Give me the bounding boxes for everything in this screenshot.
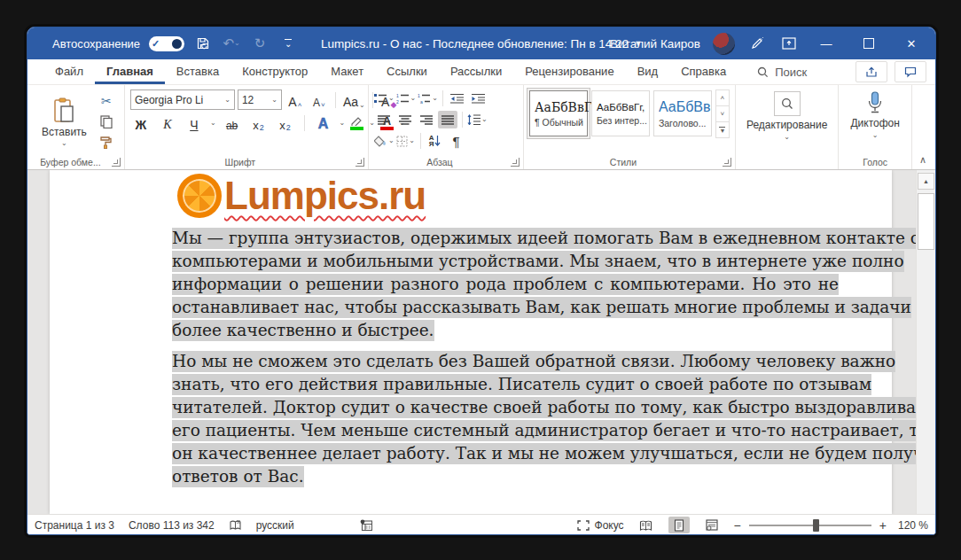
document-title[interactable]: Lumpics.ru - О нас - Последнее обновлени… [321, 37, 642, 51]
font-size-combo[interactable]: 12⌄ [238, 89, 282, 110]
read-mode-button[interactable] [636, 517, 657, 533]
zoom-in-button[interactable]: + [879, 521, 887, 530]
tab-references[interactable]: Ссылки [375, 59, 439, 84]
line-spacing-button[interactable]: ⌄ [467, 111, 488, 128]
tab-view[interactable]: Вид [626, 59, 670, 84]
font-dialog-launcher[interactable] [355, 158, 364, 167]
styles-more-button[interactable]: ▼ [715, 121, 730, 138]
bullets-button[interactable]: ⌄ [374, 89, 395, 107]
redo-icon[interactable]: ↻ [250, 35, 270, 52]
toggle-knob [172, 39, 182, 49]
collapse-ribbon-icon[interactable]: ∧ [919, 154, 926, 166]
multilevel-list-button[interactable]: 1a ⌄ [418, 89, 438, 107]
increase-indent-button[interactable] [469, 89, 488, 107]
font-name-combo[interactable]: Georgia Pro Li⌄ [130, 89, 235, 110]
paste-icon [52, 97, 75, 124]
underline-chevron-icon[interactable]: ⌄ [210, 120, 216, 127]
ribbon: Вставить ⌄ ✂ Буфер обме... Georgia Pro L… [27, 85, 935, 170]
styles-scroll-up[interactable]: ˄ [715, 89, 730, 106]
format-painter-icon[interactable] [98, 134, 115, 150]
zoom-level[interactable]: 120 % [898, 519, 928, 532]
share-button[interactable] [856, 61, 887, 82]
tab-home[interactable]: Главная [95, 59, 165, 84]
tab-layout[interactable]: Макет [319, 59, 375, 84]
underline-button[interactable]: Ч [184, 114, 205, 132]
shrink-font-button[interactable]: A˅ [309, 91, 330, 109]
document-area: Lumpics.ru Мы — группа энтузиастов, одер… [27, 170, 935, 514]
text-line: более качественно и быстрее. [172, 319, 839, 342]
style-normal[interactable]: АаБбВвГ ¶ Обычный [529, 90, 588, 136]
decrease-indent-button[interactable] [448, 89, 467, 107]
scrollbar-thumb[interactable] [918, 193, 934, 250]
style-heading1[interactable]: АаБбВв Заголово... [653, 90, 712, 136]
numbering-button[interactable]: 12 ⌄ [396, 89, 417, 107]
macro-recording-icon[interactable] [360, 519, 372, 531]
paragraph-dialog-launcher[interactable] [511, 158, 520, 167]
ribbon-display-options-icon[interactable] [779, 35, 799, 52]
minimize-button[interactable]: — [811, 32, 841, 55]
search-box[interactable]: Поиск [757, 59, 807, 84]
autosave-toggle[interactable]: ✓ [149, 36, 184, 51]
text-effects-chevron-icon[interactable]: ⌄ [340, 120, 346, 127]
style-name: Без интер... [597, 115, 647, 126]
styles-scroll-down[interactable]: ˅ [715, 105, 730, 122]
superscript-button[interactable]: x2 [275, 114, 296, 132]
zoom-out-button[interactable]: − [734, 521, 741, 530]
show-formatting-marks-button[interactable]: ¶ [447, 132, 466, 150]
italic-button[interactable]: К [157, 114, 178, 132]
tab-help[interactable]: Справка [669, 59, 738, 84]
style-no-spacing[interactable]: АаБбВвГг, Без интер... [591, 90, 650, 136]
tab-mailings[interactable]: Рассылки [439, 59, 513, 84]
proofing-status-icon[interactable] [229, 519, 242, 532]
pen-input-icon[interactable] [747, 35, 767, 52]
grow-font-label: A [288, 95, 296, 109]
language-indicator[interactable]: русский [256, 519, 294, 532]
cut-icon[interactable]: ✂ [98, 93, 115, 109]
styles-dialog-launcher[interactable] [723, 158, 731, 167]
user-avatar[interactable] [713, 33, 735, 55]
editing-button[interactable]: Редактирование ⌄ [741, 89, 832, 154]
borders-button[interactable]: ⌄ [396, 132, 416, 150]
change-case-button[interactable]: Aa⌄ [341, 91, 367, 109]
align-right-button[interactable] [417, 111, 436, 128]
justify-button[interactable] [438, 111, 457, 128]
scroll-up-button[interactable]: ▲ [918, 173, 934, 190]
paste-button[interactable]: Вставить ⌄ [35, 89, 94, 154]
paste-chevron-icon: ⌄ [61, 140, 67, 147]
quick-access-toolbar-chevron[interactable]: ⌄ [278, 35, 298, 52]
clipboard-dialog-launcher[interactable] [112, 158, 121, 167]
comments-button[interactable] [895, 61, 926, 82]
tab-review[interactable]: Рецензирование [513, 59, 625, 84]
bold-button[interactable]: Ж [130, 114, 152, 132]
grow-font-button[interactable]: A˄ [285, 91, 306, 109]
word-count[interactable]: Слово 113 из 342 [129, 519, 215, 532]
dictate-button[interactable]: Диктофон ⌄ [844, 89, 906, 154]
maximize-button[interactable] [854, 32, 884, 55]
highlight-button[interactable] [350, 116, 363, 130]
tab-design[interactable]: Конструктор [230, 59, 319, 84]
document-text[interactable]: Мы — группа энтузиастов, одержимых идеей… [172, 227, 839, 488]
document-page[interactable]: Lumpics.ru Мы — группа энтузиастов, одер… [50, 170, 892, 514]
copy-icon[interactable] [98, 113, 115, 129]
sort-button[interactable]: АЯ [426, 132, 445, 150]
print-layout-button[interactable] [668, 517, 690, 533]
vertical-scrollbar[interactable]: ▲ [916, 170, 935, 514]
zoom-slider-thumb[interactable] [813, 519, 819, 532]
text-effects-button[interactable]: А [313, 114, 334, 132]
tab-file[interactable]: Файл [43, 59, 95, 84]
page-indicator[interactable]: Страница 1 из 3 [35, 519, 114, 532]
tab-insert[interactable]: Вставка [165, 59, 230, 84]
subscript-button[interactable]: x2 [248, 114, 270, 132]
undo-icon[interactable]: ↶⌄ [222, 35, 241, 52]
align-center-button[interactable] [395, 111, 415, 128]
search-icon [757, 66, 769, 78]
shading-button[interactable]: ⌄ [374, 132, 395, 150]
strikethrough-button[interactable]: ab [222, 114, 243, 132]
save-icon[interactable] [193, 35, 213, 52]
web-layout-button[interactable] [701, 517, 723, 533]
close-button[interactable]: ✕ [896, 32, 926, 55]
focus-mode-button[interactable]: Фокус [577, 519, 624, 532]
align-left-button[interactable] [374, 111, 394, 128]
style-preview: АаБбВвГг, [597, 102, 645, 113]
zoom-slider[interactable] [749, 525, 871, 526]
